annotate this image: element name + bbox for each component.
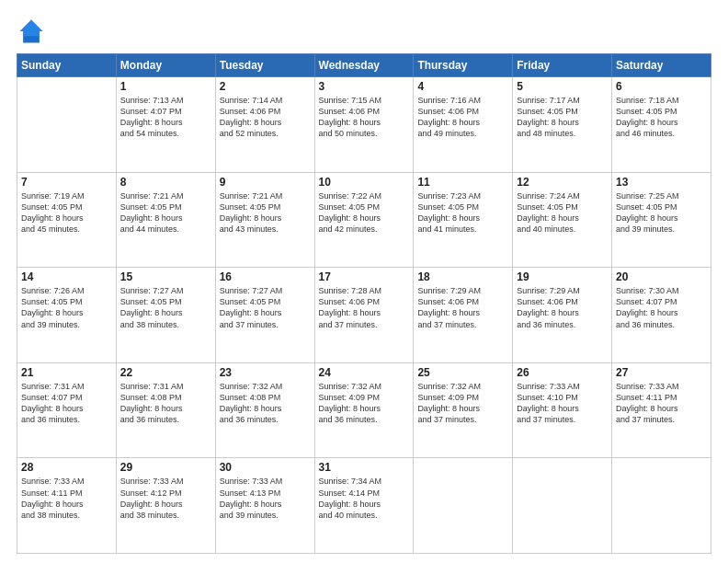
day-number: 7 <box>21 176 112 189</box>
day-info: Sunrise: 7:33 AM Sunset: 4:12 PM Dayligh… <box>120 476 211 521</box>
calendar-cell: 12Sunrise: 7:24 AM Sunset: 4:05 PM Dayli… <box>513 172 612 268</box>
weekday-header-sunday: Sunday <box>17 54 117 77</box>
day-info: Sunrise: 7:32 AM Sunset: 4:08 PM Dayligh… <box>220 381 311 426</box>
day-info: Sunrise: 7:32 AM Sunset: 4:09 PM Dayligh… <box>417 381 508 426</box>
day-info: Sunrise: 7:34 AM Sunset: 4:14 PM Dayligh… <box>319 476 410 521</box>
weekday-header-row: SundayMondayTuesdayWednesdayThursdayFrid… <box>17 54 711 77</box>
day-number: 13 <box>616 176 707 189</box>
day-number: 11 <box>417 176 508 189</box>
calendar-cell: 16Sunrise: 7:27 AM Sunset: 4:05 PM Dayli… <box>215 268 314 363</box>
day-info: Sunrise: 7:19 AM Sunset: 4:05 PM Dayligh… <box>21 190 112 236</box>
day-number: 24 <box>319 366 410 379</box>
day-info: Sunrise: 7:29 AM Sunset: 4:06 PM Dayligh… <box>417 285 508 330</box>
svg-marker-1 <box>20 20 43 37</box>
calendar-cell <box>414 458 513 554</box>
day-number: 3 <box>319 80 410 93</box>
day-number: 29 <box>120 461 211 474</box>
day-number: 10 <box>319 176 410 189</box>
day-number: 5 <box>517 80 608 93</box>
day-number: 19 <box>517 270 608 283</box>
day-number: 25 <box>417 366 508 379</box>
calendar-cell: 23Sunrise: 7:32 AM Sunset: 4:08 PM Dayli… <box>215 362 314 458</box>
day-number: 23 <box>220 366 311 379</box>
day-info: Sunrise: 7:13 AM Sunset: 4:07 PM Dayligh… <box>120 95 211 140</box>
day-info: Sunrise: 7:33 AM Sunset: 4:10 PM Dayligh… <box>517 381 608 426</box>
day-info: Sunrise: 7:22 AM Sunset: 4:05 PM Dayligh… <box>319 190 410 236</box>
day-info: Sunrise: 7:18 AM Sunset: 4:05 PM Dayligh… <box>616 95 707 140</box>
calendar-cell <box>17 77 117 173</box>
calendar-cell: 11Sunrise: 7:23 AM Sunset: 4:05 PM Dayli… <box>414 172 513 268</box>
day-number: 12 <box>517 176 608 189</box>
day-number: 30 <box>220 461 311 474</box>
day-number: 14 <box>21 270 112 283</box>
day-info: Sunrise: 7:23 AM Sunset: 4:05 PM Dayligh… <box>417 190 508 236</box>
day-info: Sunrise: 7:27 AM Sunset: 4:05 PM Dayligh… <box>220 285 311 330</box>
calendar-cell: 27Sunrise: 7:33 AM Sunset: 4:11 PM Dayli… <box>612 362 711 458</box>
calendar-cell: 4Sunrise: 7:16 AM Sunset: 4:06 PM Daylig… <box>414 77 513 173</box>
calendar-cell: 24Sunrise: 7:32 AM Sunset: 4:09 PM Dayli… <box>314 362 414 458</box>
calendar-cell: 28Sunrise: 7:33 AM Sunset: 4:11 PM Dayli… <box>17 458 117 554</box>
calendar-cell: 31Sunrise: 7:34 AM Sunset: 4:14 PM Dayli… <box>314 458 414 554</box>
day-number: 4 <box>417 80 508 93</box>
day-info: Sunrise: 7:21 AM Sunset: 4:05 PM Dayligh… <box>220 190 311 236</box>
day-info: Sunrise: 7:16 AM Sunset: 4:06 PM Dayligh… <box>417 95 508 140</box>
week-row-5: 28Sunrise: 7:33 AM Sunset: 4:11 PM Dayli… <box>17 458 711 554</box>
day-info: Sunrise: 7:29 AM Sunset: 4:06 PM Dayligh… <box>517 285 608 330</box>
weekday-header-tuesday: Tuesday <box>215 54 314 77</box>
logo-icon <box>17 17 46 46</box>
day-number: 1 <box>120 80 211 93</box>
calendar-cell: 7Sunrise: 7:19 AM Sunset: 4:05 PM Daylig… <box>17 172 117 268</box>
calendar-cell <box>612 458 711 554</box>
day-info: Sunrise: 7:33 AM Sunset: 4:11 PM Dayligh… <box>21 476 112 521</box>
day-number: 31 <box>319 461 410 474</box>
day-number: 9 <box>220 176 311 189</box>
weekday-header-wednesday: Wednesday <box>314 54 414 77</box>
calendar-cell: 10Sunrise: 7:22 AM Sunset: 4:05 PM Dayli… <box>314 172 414 268</box>
calendar-cell: 13Sunrise: 7:25 AM Sunset: 4:05 PM Dayli… <box>612 172 711 268</box>
calendar-cell: 29Sunrise: 7:33 AM Sunset: 4:12 PM Dayli… <box>116 458 215 554</box>
day-number: 16 <box>220 270 311 283</box>
weekday-header-friday: Friday <box>513 54 612 77</box>
day-number: 6 <box>616 80 707 93</box>
calendar-cell: 9Sunrise: 7:21 AM Sunset: 4:05 PM Daylig… <box>215 172 314 268</box>
day-info: Sunrise: 7:24 AM Sunset: 4:05 PM Dayligh… <box>517 190 608 236</box>
calendar-cell: 1Sunrise: 7:13 AM Sunset: 4:07 PM Daylig… <box>116 77 215 173</box>
header <box>17 17 711 46</box>
calendar-cell: 26Sunrise: 7:33 AM Sunset: 4:10 PM Dayli… <box>513 362 612 458</box>
day-number: 15 <box>120 270 211 283</box>
day-info: Sunrise: 7:27 AM Sunset: 4:05 PM Dayligh… <box>120 285 211 330</box>
day-number: 8 <box>120 176 211 189</box>
logo <box>17 17 50 46</box>
calendar-cell: 25Sunrise: 7:32 AM Sunset: 4:09 PM Dayli… <box>414 362 513 458</box>
day-number: 22 <box>120 366 211 379</box>
calendar-cell: 6Sunrise: 7:18 AM Sunset: 4:05 PM Daylig… <box>612 77 711 173</box>
day-number: 26 <box>517 366 608 379</box>
calendar-cell: 20Sunrise: 7:30 AM Sunset: 4:07 PM Dayli… <box>612 268 711 363</box>
day-info: Sunrise: 7:31 AM Sunset: 4:07 PM Dayligh… <box>21 381 112 426</box>
calendar-cell: 19Sunrise: 7:29 AM Sunset: 4:06 PM Dayli… <box>513 268 612 363</box>
calendar-table: SundayMondayTuesdayWednesdayThursdayFrid… <box>17 53 711 554</box>
day-number: 20 <box>616 270 707 283</box>
day-info: Sunrise: 7:28 AM Sunset: 4:06 PM Dayligh… <box>319 285 410 330</box>
weekday-header-thursday: Thursday <box>414 54 513 77</box>
calendar-page: SundayMondayTuesdayWednesdayThursdayFrid… <box>0 0 728 563</box>
day-info: Sunrise: 7:21 AM Sunset: 4:05 PM Dayligh… <box>120 190 211 236</box>
calendar-cell: 15Sunrise: 7:27 AM Sunset: 4:05 PM Dayli… <box>116 268 215 363</box>
weekday-header-monday: Monday <box>116 54 215 77</box>
calendar-cell: 21Sunrise: 7:31 AM Sunset: 4:07 PM Dayli… <box>17 362 117 458</box>
weekday-header-saturday: Saturday <box>612 54 711 77</box>
day-info: Sunrise: 7:33 AM Sunset: 4:11 PM Dayligh… <box>616 381 707 426</box>
calendar-cell: 17Sunrise: 7:28 AM Sunset: 4:06 PM Dayli… <box>314 268 414 363</box>
day-number: 27 <box>616 366 707 379</box>
day-info: Sunrise: 7:32 AM Sunset: 4:09 PM Dayligh… <box>319 381 410 426</box>
calendar-cell: 3Sunrise: 7:15 AM Sunset: 4:06 PM Daylig… <box>314 77 414 173</box>
day-number: 21 <box>21 366 112 379</box>
week-row-3: 14Sunrise: 7:26 AM Sunset: 4:05 PM Dayli… <box>17 268 711 363</box>
calendar-cell: 5Sunrise: 7:17 AM Sunset: 4:05 PM Daylig… <box>513 77 612 173</box>
day-info: Sunrise: 7:25 AM Sunset: 4:05 PM Dayligh… <box>616 190 707 236</box>
week-row-4: 21Sunrise: 7:31 AM Sunset: 4:07 PM Dayli… <box>17 362 711 458</box>
calendar-cell: 8Sunrise: 7:21 AM Sunset: 4:05 PM Daylig… <box>116 172 215 268</box>
day-info: Sunrise: 7:15 AM Sunset: 4:06 PM Dayligh… <box>319 95 410 140</box>
calendar-cell: 30Sunrise: 7:33 AM Sunset: 4:13 PM Dayli… <box>215 458 314 554</box>
day-number: 28 <box>21 461 112 474</box>
